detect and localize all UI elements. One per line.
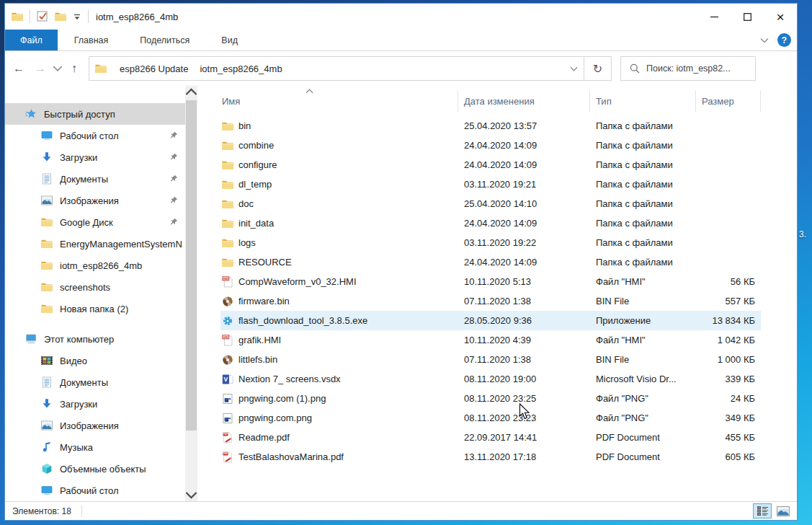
file-row[interactable]: doc25.04.2020 14:10Папка с файлами [220,194,761,213]
folder-icon [222,237,233,249]
address-bar[interactable]: esp8266 Update iotm_esp8266_4mb [89,56,584,81]
sidebar-item[interactable]: Объемные объекты [5,458,185,480]
file-type: Папка с файлами [590,140,696,151]
sidebar-section[interactable]: Этот компьютер [5,328,185,350]
column-header[interactable]: Имя [220,90,458,112]
customize-qat-caret-icon[interactable] [73,12,81,21]
file-name-cell: PDFReadme.pdf [220,432,458,444]
tab-home[interactable]: Главная [59,30,124,50]
sidebar-item[interactable]: Документы [5,371,185,393]
sidebar-item[interactable]: Музыка [5,436,185,458]
pin-icon [170,131,178,139]
breadcrumb-segment[interactable]: esp8266 Update [117,63,191,74]
tab-share[interactable]: Поделиться [125,30,205,50]
svg-text:HMI: HMI [223,278,228,281]
maximize-button[interactable] [731,4,764,30]
scroll-up-icon[interactable] [185,86,197,98]
sidebar-item[interactable]: Изображения [5,415,185,436]
search-icon [630,63,640,74]
file-row[interactable]: RESOURCE24.04.2020 14:09Папка с файлами [220,252,761,272]
documents-icon [41,173,53,185]
file-row[interactable]: combine24.04.2020 14:09Папка с файлами [220,136,761,155]
file-date: 13.11.2020 17:18 [458,451,590,462]
minimize-button[interactable] [697,4,731,30]
pdf-file-icon: PDF [222,451,233,463]
expand-ribbon-chevron-icon[interactable] [760,38,769,43]
address-dropdown-chevron-icon[interactable] [570,66,578,71]
up-button[interactable]: ↑ [64,62,84,75]
file-row[interactable]: pngwing.com.png08.11.2020 23:23Файл "PNG… [220,408,761,428]
scrollbar-thumb[interactable] [186,100,197,431]
file-row[interactable]: bin25.04.2020 13:57Папка с файлами [220,116,761,136]
file-name-cell: littlefs.bin [220,354,458,366]
breadcrumb-segment[interactable]: iotm_esp8266_4mb [197,63,285,74]
exe-file-icon [222,315,233,327]
sidebar-item[interactable]: Google Диск [5,211,185,233]
sidebar-item[interactable]: Загрузки [5,146,185,168]
file-row[interactable]: HMICompWaveform_v0_32.HMI10.11.2020 5:13… [220,272,761,291]
file-row[interactable]: VNextion 7_ screens.vsdx08.11.2020 19:00… [220,369,761,389]
file-row[interactable]: PDFReadme.pdf22.09.2017 14:41PDF Documen… [220,428,761,447]
forward-button[interactable]: → [30,62,51,75]
sidebar-item[interactable]: Документы [5,168,185,190]
file-row[interactable]: logs03.11.2020 19:22Папка с файлами [220,233,761,252]
sidebar-item[interactable]: Рабочий стол [5,480,185,501]
file-name-cell: pngwing.com.png [220,412,458,424]
folder-icon [222,257,233,268]
thumbnails-view-button[interactable] [774,503,793,519]
new-folder-icon[interactable] [55,11,66,22]
sidebar-item[interactable]: iotm_esp8266_4mb [5,255,185,276]
file-size: 339 КБ [696,374,761,384]
sidebar: Быстрый доступРабочий столЗагрузкиДокуме… [5,86,185,501]
column-header[interactable]: Дата изменения [458,90,590,112]
file-row[interactable]: pngwing.com (1).png08.11.2020 23:25Файл … [220,389,761,408]
close-button[interactable]: × [764,4,797,30]
search-input[interactable] [646,63,740,74]
file-row[interactable]: HMIgrafik.HMI10.11.2020 4:39Файл "HMI"1 … [220,330,761,350]
properties-checkbox-icon[interactable] [37,11,48,22]
bin-file-icon [222,296,233,307]
column-header[interactable]: Тип [590,90,696,112]
refresh-button[interactable]: ↻ [584,56,612,81]
sidebar-item[interactable]: Изображения [5,190,185,211]
svg-text:PDF: PDF [223,452,228,455]
file-row[interactable]: littlefs.bin07.11.2020 1:38BIN File1 000… [220,350,761,369]
file-type: Microsoft Visio Dr... [590,374,696,384]
file-name: dl_temp [238,179,272,190]
tab-file[interactable]: Файл [5,30,58,50]
sidebar-scrollbar[interactable] [185,86,197,501]
sidebar-item[interactable]: Видео [5,350,185,371]
file-row[interactable]: firmware.bin07.11.2020 1:38BIN File557 К… [220,291,761,311]
tab-view[interactable]: Вид [206,30,253,50]
back-button[interactable]: ← [8,62,30,75]
column-header[interactable]: Размер [696,90,761,112]
file-row[interactable]: PDFTestBalashovaMarina.pdf13.11.2020 17:… [220,447,761,467]
file-name-cell: VNextion 7_ screens.vsdx [220,374,458,385]
sidebar-item[interactable]: EnergyManagementSystemN [5,233,185,255]
sidebar-item[interactable]: screenshots [5,276,185,298]
file-row[interactable]: configure24.04.2020 14:09Папка с файлами [220,155,761,175]
help-icon[interactable]: ? [777,33,791,47]
desktop-icon [41,130,53,141]
file-name: pngwing.com.png [238,412,312,423]
items-count: Элементов: 18 [5,506,71,516]
sidebar-item[interactable]: Новая папка (2) [5,298,185,319]
file-name-cell: flash_download_tool_3.8.5.exe [220,315,458,327]
file-date: 08.11.2020 23:25 [458,393,590,404]
close-icon: × [776,10,784,24]
file-name-cell: bin [220,120,458,132]
sidebar-item[interactable]: Загрузки [5,393,185,415]
scroll-down-icon[interactable] [185,489,197,501]
details-view-button[interactable] [753,503,772,519]
sidebar-section[interactable]: Быстрый доступ [5,103,185,125]
sidebar-item-label: Новая папка (2) [60,304,128,314]
desktop-background: 3. iotm_esp8266_4mb × Файл Главная По [0,0,812,525]
recent-locations-chevron-icon[interactable] [51,66,64,71]
sidebar-item[interactable]: Рабочий стол [5,125,185,146]
file-row[interactable]: dl_temp03.11.2020 19:21Папка с файлами [220,175,761,194]
file-row[interactable]: init_data24.04.2020 14:09Папка с файлами [220,213,761,233]
file-date: 10.11.2020 4:39 [458,335,590,345]
file-row[interactable]: flash_download_tool_3.8.5.exe28.05.2020 … [220,311,761,330]
documents-icon [41,376,53,388]
pdf-file-icon: PDF [222,432,233,444]
